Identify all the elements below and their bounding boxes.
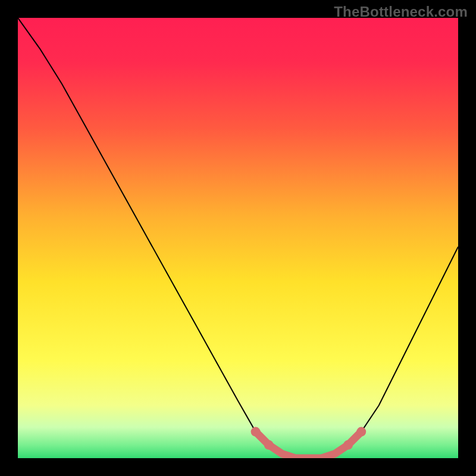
optimal-range-dot bbox=[251, 427, 261, 437]
chart-svg bbox=[18, 18, 458, 458]
plot-area bbox=[18, 18, 458, 458]
optimal-range-dot bbox=[343, 440, 353, 450]
optimal-range-dot bbox=[356, 427, 366, 437]
gradient-background bbox=[18, 18, 458, 458]
optimal-range-dot bbox=[264, 440, 274, 450]
chart-frame: TheBottleneck.com bbox=[0, 0, 476, 476]
